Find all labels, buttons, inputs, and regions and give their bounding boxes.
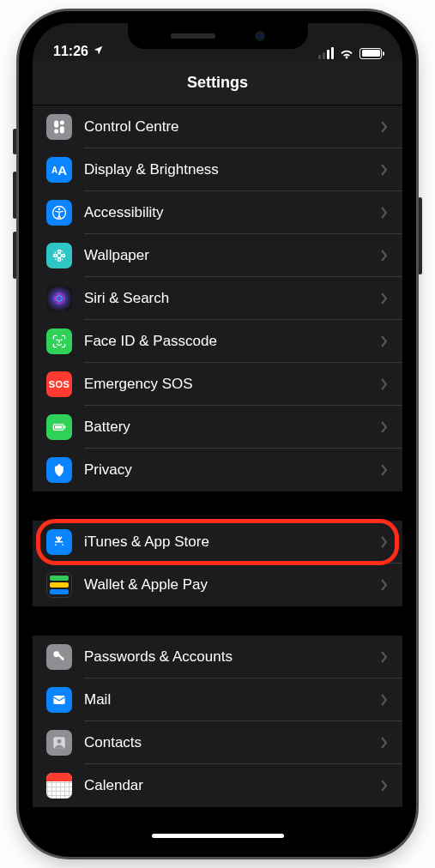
wifi-icon bbox=[339, 47, 354, 59]
power-button bbox=[418, 197, 422, 274]
home-indicator[interactable] bbox=[152, 834, 284, 838]
face-id-icon bbox=[46, 329, 72, 354]
chevron-right-icon bbox=[380, 378, 389, 390]
speaker-grille bbox=[171, 33, 215, 39]
nav-header: Settings bbox=[33, 61, 402, 105]
settings-list[interactable]: Control Centre AA Display & Brightness bbox=[33, 105, 402, 845]
wallet-icon bbox=[46, 572, 72, 598]
chevron-right-icon bbox=[380, 737, 389, 749]
chevron-right-icon bbox=[380, 579, 389, 591]
cell-label: Battery bbox=[84, 419, 368, 436]
cell-display-brightness[interactable]: AA Display & Brightness bbox=[33, 148, 402, 191]
screen: 11:26 Settings bbox=[33, 23, 402, 845]
cell-wallet-apple-pay[interactable]: Wallet & Apple Pay bbox=[33, 564, 402, 606]
chevron-right-icon bbox=[380, 207, 389, 219]
control-centre-icon bbox=[46, 114, 72, 140]
svg-point-11 bbox=[62, 254, 64, 256]
cell-itunes-app-store[interactable]: iTunes & App Store bbox=[33, 521, 402, 564]
svg-point-7 bbox=[54, 250, 64, 261]
cell-label: Calendar bbox=[84, 777, 368, 794]
silent-switch bbox=[13, 129, 17, 154]
cell-label: Accessibility bbox=[84, 204, 368, 221]
accessibility-icon bbox=[46, 200, 72, 226]
chevron-right-icon bbox=[380, 651, 389, 663]
chevron-right-icon bbox=[380, 464, 389, 476]
location-icon bbox=[93, 44, 104, 59]
chevron-right-icon bbox=[380, 780, 389, 792]
chevron-right-icon bbox=[380, 694, 389, 706]
svg-point-9 bbox=[57, 258, 60, 261]
svg-rect-23 bbox=[53, 696, 64, 704]
svg-point-16 bbox=[61, 340, 62, 341]
chevron-right-icon bbox=[380, 164, 389, 176]
svg-point-5 bbox=[58, 208, 61, 211]
cell-passwords-accounts[interactable]: Passwords & Accounts bbox=[33, 636, 402, 678]
svg-rect-2 bbox=[60, 126, 64, 133]
cell-control-centre[interactable]: Control Centre bbox=[33, 105, 402, 148]
cell-label: Passwords & Accounts bbox=[84, 648, 368, 666]
svg-point-15 bbox=[57, 340, 57, 341]
cell-label: Face ID & Passcode bbox=[84, 333, 368, 350]
cell-wallpaper[interactable]: Wallpaper bbox=[33, 234, 402, 277]
settings-group: Control Centre AA Display & Brightness bbox=[33, 105, 402, 491]
cellular-icon bbox=[318, 47, 334, 59]
svg-rect-21 bbox=[57, 654, 64, 661]
privacy-icon bbox=[46, 457, 72, 483]
mail-icon bbox=[46, 687, 72, 713]
cell-label: Mail bbox=[84, 691, 368, 708]
svg-rect-19 bbox=[55, 425, 62, 428]
cell-privacy[interactable]: Privacy bbox=[33, 449, 402, 491]
cell-siri-search[interactable]: Siri & Search bbox=[33, 277, 402, 320]
chevron-right-icon bbox=[380, 250, 389, 262]
chevron-right-icon bbox=[380, 335, 389, 347]
cell-label: Display & Brightness bbox=[84, 161, 368, 178]
display-icon: AA bbox=[46, 157, 72, 183]
cell-label: Wallet & Apple Pay bbox=[84, 576, 368, 594]
status-right bbox=[318, 47, 382, 59]
cell-label: Emergency SOS bbox=[84, 376, 368, 393]
battery-icon bbox=[46, 414, 72, 440]
cell-emergency-sos[interactable]: SOS Emergency SOS bbox=[33, 363, 402, 406]
svg-point-1 bbox=[60, 121, 64, 125]
calendar-icon bbox=[46, 773, 72, 799]
wallpaper-icon bbox=[46, 243, 72, 268]
cell-face-id[interactable]: Face ID & Passcode bbox=[33, 320, 402, 363]
chevron-right-icon bbox=[380, 121, 389, 133]
cell-battery[interactable]: Battery bbox=[33, 406, 402, 449]
cell-accessibility[interactable]: Accessibility bbox=[33, 191, 402, 234]
svg-rect-0 bbox=[54, 121, 58, 128]
cell-label: Wallpaper bbox=[84, 247, 368, 264]
svg-point-3 bbox=[54, 130, 58, 134]
cell-contacts[interactable]: Contacts bbox=[33, 721, 402, 764]
sos-icon: SOS bbox=[46, 371, 72, 397]
cell-label: Control Centre bbox=[84, 118, 368, 136]
page-title: Settings bbox=[187, 74, 248, 92]
svg-point-25 bbox=[57, 739, 62, 744]
volume-up-button bbox=[13, 172, 17, 219]
svg-point-6 bbox=[57, 254, 62, 258]
siri-icon bbox=[46, 286, 72, 311]
status-left: 11:26 bbox=[53, 44, 104, 59]
svg-point-14 bbox=[57, 296, 63, 302]
app-store-icon bbox=[46, 529, 72, 555]
cell-label: Contacts bbox=[84, 734, 368, 751]
battery-icon bbox=[359, 48, 382, 59]
chevron-right-icon bbox=[380, 536, 389, 548]
key-icon bbox=[46, 644, 72, 670]
settings-group: Passwords & Accounts Mail bbox=[33, 636, 402, 807]
volume-down-button bbox=[13, 232, 17, 279]
notch bbox=[128, 23, 308, 49]
svg-point-8 bbox=[57, 250, 60, 252]
cell-mail[interactable]: Mail bbox=[33, 678, 402, 721]
cell-calendar[interactable]: Calendar bbox=[33, 764, 402, 807]
status-time: 11:26 bbox=[53, 44, 88, 59]
chevron-right-icon bbox=[380, 292, 389, 304]
cell-label: Privacy bbox=[84, 461, 368, 479]
device-frame: 11:26 Settings bbox=[0, 0, 435, 868]
chevron-right-icon bbox=[380, 421, 389, 433]
cell-label: iTunes & App Store bbox=[84, 533, 368, 551]
device-body: 11:26 Settings bbox=[19, 11, 416, 857]
svg-point-10 bbox=[53, 254, 56, 256]
front-camera bbox=[255, 31, 265, 41]
contacts-icon bbox=[46, 730, 72, 756]
